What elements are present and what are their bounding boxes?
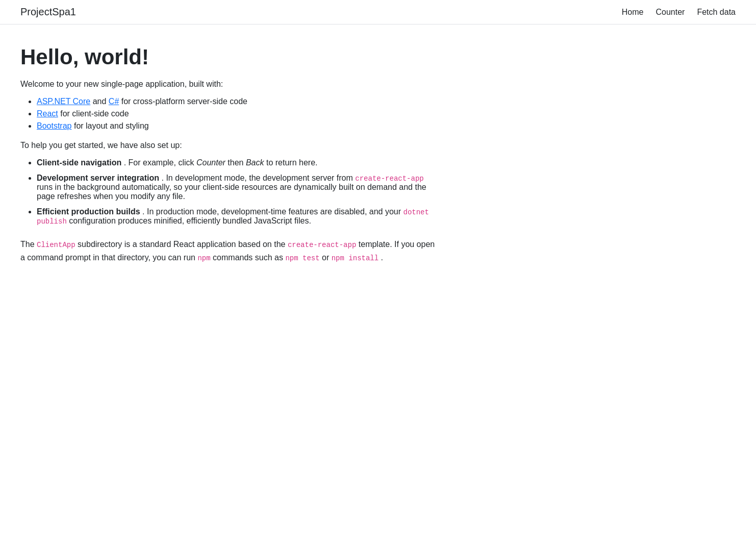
feature-2-code: create-react-app [355, 175, 423, 183]
footer-code-npm-install: npm install [332, 254, 379, 262]
built-with-list: ASP.NET Core and C# for cross-platform s… [37, 97, 439, 131]
navbar-item-counter[interactable]: Counter [656, 8, 685, 17]
built-with-item-aspnet: ASP.NET Core and C# for cross-platform s… [37, 97, 439, 106]
navbar-brand[interactable]: ProjectSpa1 [20, 6, 76, 18]
navbar-item-home[interactable]: Home [622, 8, 644, 17]
csharp-link[interactable]: C# [109, 97, 119, 106]
footer-code-npm-test: npm test [285, 254, 319, 262]
feature-client-side-nav: Client-side navigation . For example, cl… [37, 158, 439, 167]
feature-1-italic-back: Back [246, 158, 264, 167]
get-started-intro: To help you get started, we have also se… [20, 141, 439, 150]
feature-1-italic-counter: Counter [196, 158, 225, 167]
built-with-connector-1: and [93, 97, 109, 106]
feature-3-bold: Efficient production builds [37, 207, 140, 216]
built-with-suffix-2: for client-side code [60, 109, 129, 118]
navbar-link-counter[interactable]: Counter [656, 8, 685, 16]
react-link[interactable]: React [37, 109, 58, 118]
page-heading: Hello, world! [20, 45, 439, 69]
navbar: ProjectSpa1 Home Counter Fetch data [0, 0, 756, 24]
feature-prod-builds: Efficient production builds . In product… [37, 207, 439, 226]
feature-dev-server: Development server integration . In deve… [37, 174, 439, 201]
built-with-suffix-1: for cross-platform server-side code [121, 97, 247, 106]
navbar-links: Home Counter Fetch data [622, 8, 736, 17]
footer-code-create-react-app: create-react-app [288, 241, 356, 249]
built-with-item-react: React for client-side code [37, 109, 439, 118]
bootstrap-link[interactable]: Bootstrap [37, 121, 71, 130]
built-with-item-bootstrap: Bootstrap for layout and styling [37, 121, 439, 131]
footer-text-5: or [322, 253, 332, 262]
footer-code-npm: npm [197, 254, 210, 262]
navbar-link-home[interactable]: Home [622, 8, 644, 16]
footer-text-2: subdirectory is a standard React applica… [78, 240, 288, 249]
feature-1-bold: Client-side navigation [37, 158, 121, 167]
footer-code-clientapp: ClientApp [37, 241, 75, 249]
footer-text-6: . [381, 253, 383, 262]
feature-1-text: . For example, click [124, 158, 196, 167]
footer-paragraph: The ClientApp subdirectory is a standard… [20, 238, 439, 264]
footer-text-4: commands such as [213, 253, 285, 262]
features-list: Client-side navigation . For example, cl… [37, 158, 439, 226]
feature-1-text2: then [228, 158, 246, 167]
feature-3-text2: configuration produces minified, efficie… [69, 216, 311, 225]
aspnet-core-link[interactable]: ASP.NET Core [37, 97, 90, 106]
navbar-item-fetchdata[interactable]: Fetch data [697, 8, 736, 17]
main-content: Hello, world! Welcome to your new single… [0, 24, 459, 284]
built-with-suffix-3: for layout and styling [74, 121, 149, 130]
navbar-link-fetchdata[interactable]: Fetch data [697, 8, 736, 16]
feature-2-bold: Development server integration [37, 174, 159, 182]
intro-paragraph: Welcome to your new single-page applicat… [20, 80, 439, 89]
feature-2-text: . In development mode, the development s… [162, 174, 356, 182]
feature-2-text2: runs in the background automatically, so… [37, 183, 426, 201]
footer-text-1: The [20, 240, 37, 249]
feature-3-text: . In production mode, development-time f… [142, 207, 403, 216]
feature-1-text3: to return here. [266, 158, 318, 167]
